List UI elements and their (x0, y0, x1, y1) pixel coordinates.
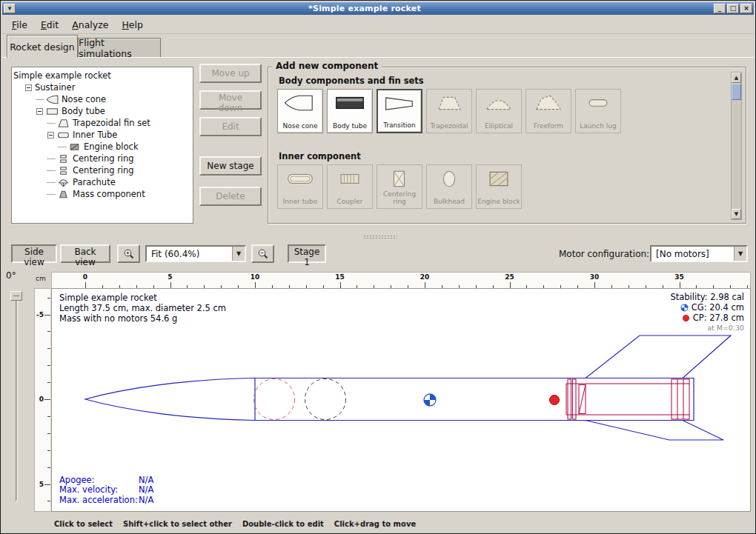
cp-value: CP: 27.8 cm (693, 313, 744, 323)
menu-help[interactable]: Help (115, 17, 150, 33)
zoom-select[interactable]: Fit (60.4%) ▼ (145, 245, 246, 262)
flight-stat-value: N/A (139, 475, 153, 486)
minimize-button[interactable]: _ (714, 4, 726, 13)
zoom-in-button[interactable] (117, 244, 140, 263)
titlebar[interactable]: ▾ *Simple example rocket _ □ × (2, 2, 754, 15)
rocket-canvas[interactable]: Simple example rocket Length 37.5 cm, ma… (51, 288, 751, 512)
action-buttons: Move upMove downEditNew stageDelete (199, 64, 265, 212)
tree-item-label: Simple example rocket (13, 70, 111, 81)
rocket-info-text: Simple example rocket Length 37.5 cm, ma… (59, 293, 226, 324)
component-button-freeform: Freeform (525, 89, 571, 133)
stability-value: Stability: 2.98 cal (670, 292, 744, 302)
component-scrollbar[interactable]: ▲ ▼ (731, 72, 742, 220)
add-component-title: Add new component (272, 61, 382, 71)
tree-item-simple-example-rocket[interactable]: Simple example rocket (13, 70, 191, 81)
menu-analyze[interactable]: Analyze (65, 17, 115, 33)
tree-item-engine-block[interactable]: Engine block (13, 141, 191, 153)
tree-item-parachute[interactable]: Parachute (13, 176, 191, 188)
move-down-button: Move down (199, 90, 262, 110)
tree-expander-icon[interactable] (36, 108, 43, 115)
tree-item-centering-ring[interactable]: Centering ring (13, 153, 191, 164)
tree-expander-icon[interactable] (47, 132, 54, 138)
flight-stat-row: Max. velocity:N/A (59, 485, 153, 495)
pane-splitter[interactable] (2, 233, 754, 240)
tree-item-label: Centering ring (73, 153, 134, 164)
tab-rocket-design[interactable]: Rocket design (7, 35, 78, 58)
fin-upper (586, 336, 731, 378)
component-button-body-tube[interactable]: Body tube (327, 89, 373, 133)
status-hint: Double-click to edit (242, 520, 324, 528)
menu-file[interactable]: File (5, 17, 34, 33)
component-button-label: Bulkhead (427, 198, 471, 205)
back-view-button[interactable]: Back view (60, 244, 110, 263)
side-view-button[interactable]: Side view (11, 244, 57, 263)
chevron-down-icon[interactable]: ▼ (734, 247, 746, 261)
tree-connector (47, 123, 56, 124)
mass-component-dashed-outline (305, 379, 346, 420)
maximize-button[interactable]: □ (727, 4, 739, 13)
zoom-value: Fit (60.4%) (147, 249, 232, 259)
status-hint: Shift+click to select other (123, 520, 232, 528)
magnifier-plus-icon (123, 248, 135, 260)
bodytube-icon (334, 93, 366, 113)
palette-row-0: Nose coneBody tubeTransitionTrapezoidalE… (277, 89, 621, 133)
statusbar: Click to selectShift+click to select oth… (1, 515, 756, 533)
h-ruler-number: 0 (83, 273, 87, 281)
centeringring-icon (57, 154, 70, 164)
tree-item-mass-component[interactable]: Mass component (13, 188, 191, 200)
zoom-out-button[interactable] (251, 244, 274, 263)
fin-lower (586, 421, 723, 441)
app-window: ▾ *Simple example rocket _ □ × FileEditA… (0, 0, 756, 534)
tree-item-label: Mass component (73, 189, 145, 199)
tree-connector (47, 194, 56, 195)
window-menu-icon[interactable]: ▾ (4, 4, 16, 13)
h-ruler-number: 35 (674, 273, 684, 281)
chevron-down-icon[interactable]: ▼ (232, 247, 245, 261)
menu-edit[interactable]: Edit (34, 17, 65, 33)
tree-item-trapezoidal-fin-set[interactable]: Trapezoidal fin set (13, 117, 191, 129)
bodytube-icon (46, 107, 59, 116)
trapezoidal-icon (433, 93, 465, 113)
cg-legend-icon (680, 304, 689, 312)
component-button-inner-tube: Inner tube (277, 164, 323, 209)
component-button-label: Nose cone (278, 122, 322, 130)
flight-stats: Apogee:N/AMax. velocity:N/AMax. accelera… (59, 475, 153, 506)
cg-value: CG: 20.4 cm (692, 302, 744, 313)
splitter-grip-icon[interactable] (363, 235, 397, 239)
tree-item-label: Body tube (62, 106, 105, 116)
component-button-centering-ring: Centering ring (377, 164, 422, 209)
status-hint: Click+drag to move (334, 520, 416, 528)
flight-stat-label: Max. velocity: (59, 485, 139, 495)
motor-configuration-label: Motor configuration: (559, 249, 649, 259)
tree-connector (47, 158, 56, 159)
move-up-button: Move up (199, 64, 262, 83)
component-button-transition[interactable]: Transition (377, 89, 422, 133)
h-ruler-number: 10 (251, 273, 260, 281)
edit-button: Edit (199, 117, 262, 136)
tree-item-nose-cone[interactable]: Nose cone (13, 93, 191, 105)
tree-item-inner-tube[interactable]: Inner Tube (13, 129, 191, 141)
rotation-slider[interactable] (16, 293, 18, 501)
magnifier-minus-icon (257, 248, 269, 260)
tree-item-sustainer[interactable]: Sustainer (13, 81, 191, 93)
stage-1-toggle[interactable]: Stage 1 (288, 244, 326, 263)
motor-configuration-select[interactable]: [No motors] ▼ (650, 245, 748, 262)
tree-item-body-tube[interactable]: Body tube (13, 105, 191, 117)
rotation-slider-handle[interactable] (10, 291, 22, 301)
close-button[interactable]: × (740, 4, 752, 13)
engine-mount (566, 379, 689, 419)
tree-connector (47, 182, 56, 183)
tree-expander-icon[interactable] (25, 84, 32, 91)
flight-stat-label: Max. acceleration: (59, 495, 139, 506)
component-button-nose-cone[interactable]: Nose cone (277, 89, 323, 133)
tree-item-label: Nose cone (62, 94, 106, 104)
scroll-up-icon[interactable]: ▲ (732, 73, 741, 83)
parachute-dashed-outline (254, 379, 295, 420)
scroll-down-icon[interactable]: ▼ (732, 209, 741, 219)
tab-flight-simulations[interactable]: Flight simulations (78, 38, 161, 58)
component-button-label: Body tube (328, 122, 372, 130)
component-tree[interactable]: Simple example rocketSustainerNose coneB… (11, 67, 193, 224)
scrollbar-thumb[interactable] (732, 84, 741, 100)
new-stage-button[interactable]: New stage (199, 156, 262, 176)
tree-item-centering-ring[interactable]: Centering ring (13, 164, 191, 176)
